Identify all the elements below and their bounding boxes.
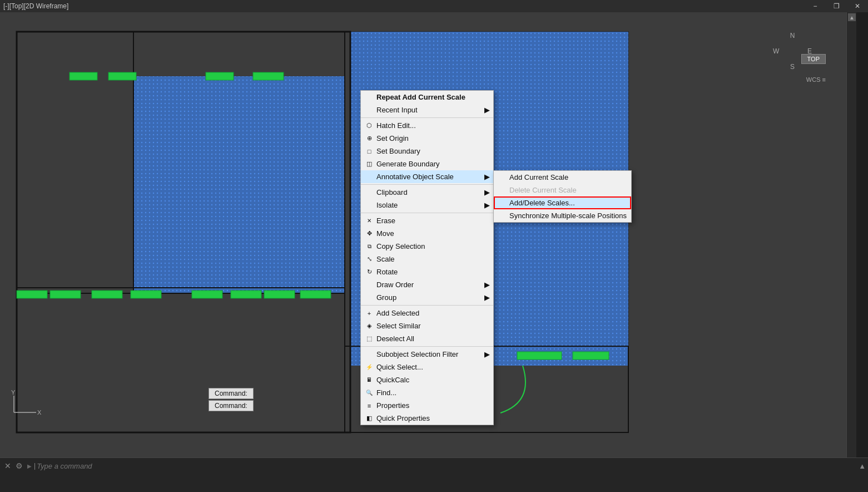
generate-boundary-icon: ◫: [364, 159, 374, 169]
ctx-add-selected[interactable]: + Add Selected: [361, 307, 493, 319]
svg-rect-22: [231, 291, 261, 298]
recent-input-arrow: ▶: [484, 106, 490, 114]
quick-select-icon: ⚡: [364, 362, 374, 372]
ctx-repeat-add[interactable]: Repeat Add Current Scale: [361, 91, 493, 104]
axis-indicator: Y X: [8, 390, 42, 420]
command-expand-button[interactable]: ▲: [859, 462, 866, 470]
quick-properties-icon: ◧: [364, 414, 374, 424]
scale-icon: ⤡: [364, 254, 374, 264]
svg-rect-24: [300, 291, 331, 298]
ctx-quickcalc[interactable]: 🖩 QuickCalc: [361, 373, 493, 386]
ctx-group[interactable]: Group ▶: [361, 291, 493, 304]
ctx-scale[interactable]: ⤡ Scale: [361, 253, 493, 265]
isolate-arrow: ▶: [484, 201, 490, 209]
ctx-clipboard[interactable]: Clipboard ▶: [361, 186, 493, 199]
ctx-annotative[interactable]: Annotative Object Scale ▶ Add Current Sc…: [361, 170, 493, 183]
title-controls[interactable]: − ❐ ✕: [805, 0, 868, 12]
ctx-find[interactable]: 🔍 Find...: [361, 386, 493, 399]
svg-text:X: X: [37, 409, 42, 416]
ctx-draw-order[interactable]: Draw Order ▶: [361, 278, 493, 291]
ctx-copy-selection[interactable]: ⧉ Copy Selection: [361, 240, 493, 253]
rotate-icon: ↻: [364, 267, 374, 277]
compass-w: W: [773, 47, 779, 55]
annotative-icon: [364, 172, 374, 182]
group-icon: [364, 293, 374, 303]
command-clear-button[interactable]: ✕: [4, 461, 11, 470]
ctx-set-boundary[interactable]: □ Set Boundary: [361, 145, 493, 158]
svg-rect-14: [108, 72, 136, 80]
ctx-generate-boundary[interactable]: ◫ Generate Boundary: [361, 158, 493, 170]
ctx-deselect-all[interactable]: ⬚ Deselect All: [361, 332, 493, 345]
submenu-delete-current: Delete Current Scale: [494, 184, 631, 196]
command-label-area: Command: Command:: [209, 388, 254, 411]
restore-button[interactable]: ❐: [826, 0, 847, 12]
svg-text:Y: Y: [11, 390, 16, 396]
svg-rect-13: [70, 72, 97, 80]
minimize-button[interactable]: −: [805, 0, 826, 12]
separator-5: [361, 346, 493, 347]
command-input-row[interactable]: ✕ ⚙ ▶ | ▲: [0, 458, 868, 474]
ctx-quick-properties[interactable]: ◧ Quick Properties: [361, 412, 493, 425]
separator-3: [361, 213, 493, 213]
scroll-up-button[interactable]: ▲: [848, 13, 856, 21]
svg-rect-15: [206, 72, 234, 80]
ctx-hatch-edit[interactable]: ⬡ Hatch Edit...: [361, 119, 493, 132]
select-similar-icon: ◈: [364, 321, 374, 331]
svg-rect-25: [517, 352, 562, 360]
ctx-erase[interactable]: ✕ Erase: [361, 214, 493, 227]
ctx-select-similar[interactable]: ◈ Select Similar: [361, 319, 493, 332]
copy-selection-icon: ⧉: [364, 242, 374, 252]
svg-rect-21: [192, 291, 222, 298]
submenu-sync[interactable]: Synchronize Multiple-scale Positions: [494, 209, 631, 222]
subobject-icon: [364, 350, 374, 360]
submenu-add-current[interactable]: Add Current Scale: [494, 171, 631, 184]
svg-rect-23: [264, 291, 295, 298]
draw-order-arrow: ▶: [484, 281, 490, 289]
ctx-rotate[interactable]: ↻ Rotate: [361, 265, 493, 278]
separator-1: [361, 117, 493, 118]
axis-svg: Y X: [8, 390, 42, 418]
properties-icon: ≡: [364, 401, 374, 411]
command-input-field[interactable]: [37, 462, 856, 470]
ctx-quick-select[interactable]: ⚡ Quick Select...: [361, 361, 493, 373]
ctx-properties[interactable]: ≡ Properties: [361, 399, 493, 412]
cad-viewport: N S W E TOP WCS ≡ ▲ ▼ Y X Repeat Add Cur…: [0, 12, 856, 470]
svg-rect-3: [133, 76, 345, 293]
erase-icon: ✕: [364, 216, 374, 226]
annotative-arrow: ▶: [484, 173, 490, 181]
annotative-submenu: Add Current Scale Delete Current Scale A…: [493, 170, 632, 223]
scrollbar-right[interactable]: ▲ ▼: [846, 12, 856, 470]
svg-rect-19: [92, 291, 122, 298]
move-icon: ✥: [364, 229, 374, 239]
command-settings-button[interactable]: ⚙: [16, 461, 23, 470]
separator-2: [361, 184, 493, 185]
ctx-set-origin[interactable]: ⊕ Set Origin: [361, 132, 493, 145]
deselect-all-icon: ⬚: [364, 334, 374, 344]
recent-input-icon: [364, 105, 374, 115]
command-label-2: Command:: [209, 400, 254, 411]
view-top-button[interactable]: TOP: [801, 54, 826, 64]
svg-rect-17: [17, 291, 47, 298]
command-label-1: Command:: [209, 388, 254, 399]
ctx-subobject[interactable]: Subobject Selection Filter ▶: [361, 348, 493, 361]
compass-s: S: [790, 63, 795, 71]
find-icon: 🔍: [364, 388, 374, 398]
add-selected-icon: +: [364, 308, 374, 318]
compass-n: N: [790, 32, 795, 40]
clipboard-icon: [364, 188, 374, 198]
ctx-move[interactable]: ✥ Move: [361, 227, 493, 240]
svg-rect-26: [573, 352, 609, 360]
title-bar: [-][Top][2D Wireframe] − ❐ ✕: [0, 0, 868, 12]
quickcalc-icon: 🖩: [364, 375, 374, 385]
command-prompt-icon: ▶: [27, 463, 32, 469]
separator-4: [361, 305, 493, 306]
close-button[interactable]: ✕: [847, 0, 868, 12]
compass: N S W E: [773, 32, 812, 71]
command-separator: |: [34, 462, 36, 470]
ctx-isolate[interactable]: Isolate ▶: [361, 199, 493, 211]
title-text: [-][Top][2D Wireframe]: [3, 2, 68, 10]
wcs-label: WCS ≡: [806, 76, 826, 83]
context-menu: Repeat Add Current Scale Recent Input ▶ …: [360, 90, 494, 425]
ctx-recent-input[interactable]: Recent Input ▶: [361, 104, 493, 116]
submenu-add-delete[interactable]: Add/Delete Scales...: [494, 196, 631, 209]
